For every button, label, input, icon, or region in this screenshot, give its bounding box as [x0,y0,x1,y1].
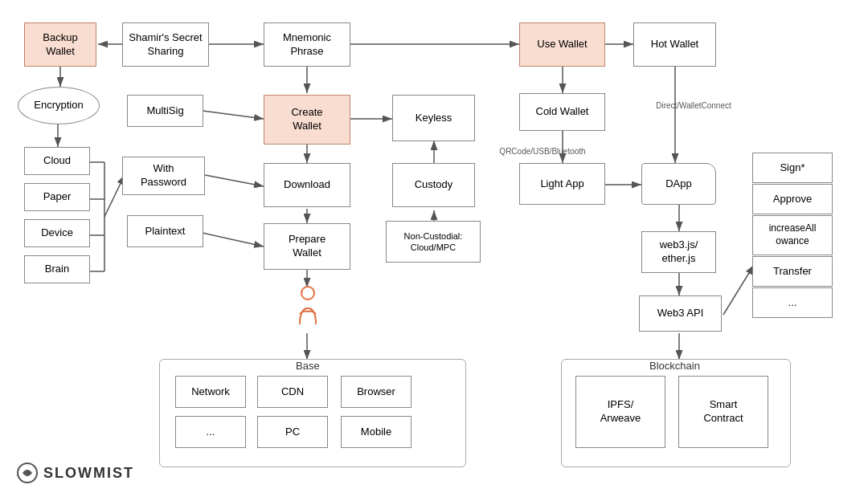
brain-box: Brain [24,255,90,283]
dapp-box: DApp [641,163,716,205]
prepare-wallet-box: PrepareWallet [264,223,350,270]
logo-area: SLOWMIST [16,462,134,484]
base-dots-box: ... [175,416,246,448]
backup-wallet-box: Backup Wallet [24,22,96,67]
device-box: Device [24,219,90,247]
shamirs-box: Shamir's SecretSharing [122,22,209,67]
mobile-box: Mobile [341,416,411,448]
cdn-box: CDN [257,376,328,408]
svg-line-31 [203,233,264,246]
sign-box: Sign* [752,153,833,183]
paper-box: Paper [24,183,90,211]
custody-box: Custody [392,163,475,207]
base-label: Base [296,360,320,372]
cloud-box: Cloud [24,147,90,175]
plaintext-box: Plaintext [127,215,203,247]
svg-line-30 [205,175,264,186]
multisig-box: MultiSig [127,95,203,127]
logo-text: SLOWMIST [43,465,134,482]
svg-point-33 [301,287,314,299]
light-app-box: Light App [519,163,605,205]
approve-box: Approve [752,184,833,214]
browser-box: Browser [341,376,411,408]
direct-label: Direct/WalletConnect [641,101,746,111]
blockchain-label: Blockchain [649,360,700,372]
download-box: Download [264,163,350,207]
hot-wallet-box: Hot Wallet [633,22,716,67]
svg-line-29 [203,111,264,119]
transfer-box: Transfer [752,256,833,287]
diagram-container: QRCode/USB/Bluetooth Direct/WalletConnec… [0,0,868,497]
network-box: Network [175,376,246,408]
smart-contract-box: SmartContract [678,376,768,448]
web3api-box: Web3 API [639,295,722,332]
pc-box: PC [257,416,328,448]
dots-box: ... [752,287,833,318]
use-wallet-box: Use Wallet [519,22,605,67]
slowmist-logo-icon [16,462,39,484]
person-icon [296,286,320,328]
encryption-box: Encryption [18,87,100,124]
with-password-box: WithPassword [122,157,205,195]
cold-wallet-box: Cold Wallet [519,93,605,131]
web3js-box: web3.js/ether.js [641,231,716,273]
mnemonic-box: MnemonicPhrase [264,22,350,67]
svg-line-28 [723,265,754,315]
qrcode-label: QRCode/USB/Bluetooth [490,147,595,157]
keyless-box: Keyless [392,95,475,141]
ipfs-box: IPFS/Arweave [575,376,665,448]
non-custodial-box: Non-Custodial:Cloud/MPC [386,221,481,263]
increase-allowance-box: increaseAllowance [752,215,833,255]
create-wallet-box: CreateWallet [264,95,350,145]
